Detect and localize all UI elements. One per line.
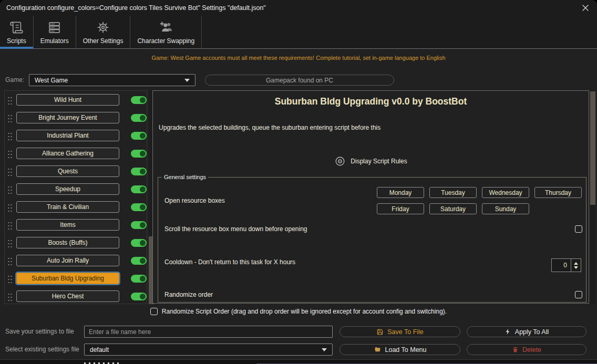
file-name-input[interactable]	[84, 326, 333, 338]
cooldown-label: Cooldown - Don't return to this task for…	[164, 258, 295, 266]
randomize-order-label: Randomize order	[164, 291, 213, 298]
day-button-monday[interactable]: Monday	[377, 187, 424, 198]
display-script-rules-label: Display Script Rules	[351, 158, 407, 165]
script-button-speedup[interactable]: Speedup	[16, 183, 119, 195]
emulators-icon	[47, 19, 61, 36]
general-settings-group: General settings Open resource boxes Mon…	[158, 174, 586, 303]
window-title: Configuration configure_colors=Configure…	[6, 0, 266, 16]
toggle-items[interactable]	[131, 221, 147, 229]
script-row: Bright Journey Event	[5, 109, 147, 127]
drag-handle-icon[interactable]	[7, 256, 12, 265]
drag-handle-icon[interactable]	[7, 185, 12, 194]
script-row: Suburban Bldg Upgrading	[5, 269, 147, 287]
script-button-hero-chest[interactable]: Hero Chest	[16, 290, 119, 302]
apply-to-all-button[interactable]: Apply To All	[467, 326, 586, 337]
toggle-industrial-plant[interactable]	[131, 132, 147, 140]
toggle-suburban-bldg-upgrading[interactable]	[131, 275, 147, 283]
tab-character-swapping[interactable]: Character Swapping	[130, 16, 202, 48]
gamepack-button[interactable]: Gamepack found on PC	[205, 75, 394, 86]
toggle-auto-join-rally[interactable]	[131, 257, 147, 265]
script-button-items[interactable]: Items	[16, 219, 119, 231]
game-select[interactable]: West Game	[29, 74, 195, 86]
folder-icon	[374, 346, 382, 353]
toggle-speedup[interactable]	[131, 185, 147, 193]
general-settings-legend: General settings	[162, 174, 208, 180]
character-swapping-icon	[158, 19, 174, 36]
scripts-icon	[9, 19, 24, 36]
toggle-alliance-gathering[interactable]	[131, 150, 147, 158]
eye-icon	[334, 155, 346, 167]
cooldown-value[interactable]: 0	[551, 258, 571, 272]
panel-scrollbar[interactable]	[590, 90, 595, 304]
drag-handle-icon[interactable]	[7, 113, 12, 122]
display-script-rules-button[interactable]: Display Script Rules	[153, 155, 589, 167]
toggle-bright-journey-event[interactable]	[131, 114, 147, 122]
open-resource-boxes-label: Open resource boxes	[164, 197, 225, 204]
panel-scrollbar-thumb[interactable]	[590, 91, 595, 205]
script-button-bright-journey-event[interactable]: Bright Journey Event	[16, 112, 119, 123]
tab-other-settings[interactable]: Other Settings	[76, 16, 131, 48]
day-button-saturday[interactable]: Saturday	[429, 203, 477, 214]
desktop-sliver	[0, 359, 597, 364]
drag-handle-icon[interactable]	[7, 203, 12, 212]
drag-handle-icon[interactable]	[7, 238, 12, 247]
toggle-quests[interactable]	[131, 168, 147, 175]
randomize-script-order-row: Randomize Script Order (drag and drop or…	[0, 308, 597, 315]
script-title: Suburban Bldg Upgrading v0.0 by BoostBot	[153, 96, 589, 107]
drag-handle-icon[interactable]	[7, 221, 12, 230]
script-button-quests[interactable]: Quests	[16, 165, 119, 177]
script-description: Upgrades the selected buildings, queue t…	[159, 124, 380, 131]
load-to-menu-button[interactable]: Load To Menu	[339, 344, 460, 355]
drag-handle-icon[interactable]	[7, 96, 12, 105]
warning-text: Game: West Game accounts must all meet t…	[0, 55, 597, 61]
script-row: Speedup	[5, 180, 147, 198]
scroll-resource-box-checkbox[interactable]	[575, 225, 582, 233]
tab-emulators[interactable]: Emulators	[34, 16, 76, 48]
game-label: Game:	[5, 74, 24, 86]
save-icon	[376, 328, 384, 336]
script-row: Quests	[5, 162, 147, 180]
script-row: Alliance Gathering	[5, 144, 147, 162]
script-button-alliance-gathering[interactable]: Alliance Gathering	[16, 148, 119, 159]
randomize-order-checkbox[interactable]	[575, 291, 582, 298]
cooldown-spinner[interactable]: 0	[551, 258, 581, 272]
day-button-sunday[interactable]: Sunday	[482, 203, 529, 214]
spinner-down-icon[interactable]	[574, 266, 578, 269]
toggle-hero-chest[interactable]	[131, 293, 147, 300]
day-button-wednesday[interactable]: Wednesday	[482, 187, 529, 198]
drag-handle-icon[interactable]	[7, 149, 12, 158]
toggle-wild-hunt[interactable]	[131, 96, 147, 104]
spinner-up-icon[interactable]	[574, 262, 578, 265]
tab-scripts[interactable]: Scripts	[0, 16, 34, 48]
script-settings-panel: Suburban Bldg Upgrading v0.0 by BoostBot…	[152, 90, 589, 304]
other-settings-icon	[96, 19, 110, 36]
delete-button[interactable]: Delete	[467, 344, 586, 355]
cooldown-spinner-arrows[interactable]	[571, 258, 581, 272]
drag-handle-icon[interactable]	[7, 131, 12, 140]
close-icon[interactable]	[581, 4, 590, 12]
script-button-wild-hunt[interactable]: Wild Hunt	[16, 94, 119, 106]
drag-handle-icon[interactable]	[7, 292, 12, 301]
script-button-train-civilian[interactable]: Train & Civilian	[16, 201, 119, 213]
drag-handle-icon[interactable]	[7, 167, 12, 176]
settings-file-select[interactable]: default	[84, 344, 333, 356]
script-button-industrial-plant[interactable]: Industrial Plant	[16, 130, 119, 141]
tab-label: Other Settings	[83, 37, 123, 45]
drag-handle-icon[interactable]	[7, 274, 12, 283]
script-button-auto-join-rally[interactable]: Auto Join Rally	[16, 255, 119, 266]
day-button-tuesday[interactable]: Tuesday	[429, 187, 477, 198]
script-row: Train & Civilian	[5, 198, 147, 216]
toggle-train-civilian[interactable]	[131, 203, 147, 211]
save-to-file-button[interactable]: Save To File	[339, 326, 460, 337]
settings-file-select-value: default	[90, 346, 109, 353]
day-button-thursday[interactable]: Thursday	[534, 187, 582, 198]
tab-label: Emulators	[40, 37, 69, 45]
day-button-friday[interactable]: Friday	[377, 203, 424, 214]
lightning-icon	[505, 328, 511, 335]
script-button-suburban-bldg-upgrading[interactable]: Suburban Bldg Upgrading	[16, 273, 119, 284]
script-button-boosts-buffs[interactable]: Boosts (Buffs)	[16, 237, 119, 248]
toggle-boosts-buffs[interactable]	[131, 239, 147, 247]
randomize-script-order-checkbox[interactable]	[150, 308, 158, 315]
day-buttons-row: MondayTuesdayWednesdayThursday	[377, 187, 582, 198]
script-row: Industrial Plant	[5, 127, 147, 144]
